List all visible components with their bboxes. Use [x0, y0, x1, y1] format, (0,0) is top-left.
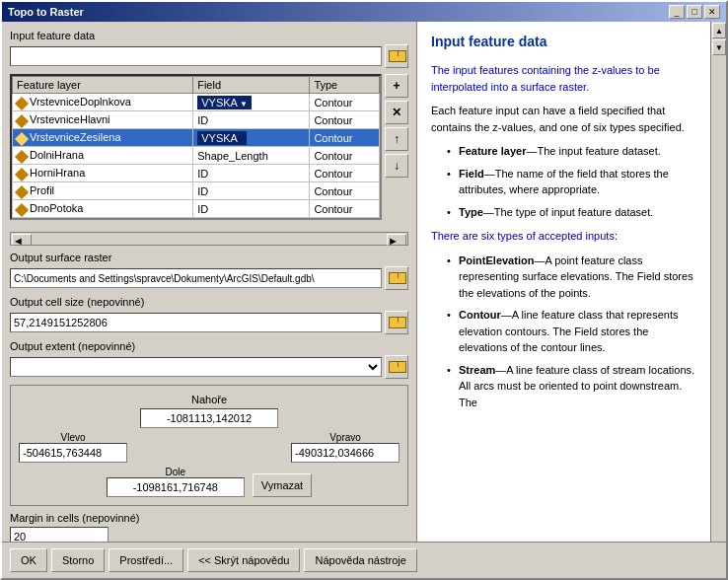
add-row-button[interactable]: + [385, 74, 408, 98]
layer-cell: DnoPotoka [13, 200, 193, 218]
type-cell: Contour [310, 129, 380, 147]
output-raster-label: Output surface raster [10, 252, 408, 263]
table-row[interactable]: HorniHranaIDContour [13, 165, 380, 182]
cancel-button[interactable]: Storno [51, 548, 105, 572]
help-title: Input feature data [431, 32, 696, 52]
field-cell: ID [193, 165, 310, 182]
margin-input[interactable] [10, 527, 109, 542]
right-scrollbar[interactable]: ▲ ▼ [710, 22, 726, 542]
output-extent-select[interactable] [10, 357, 382, 377]
output-extent-label: Output extent (nepovinné) [10, 340, 408, 352]
scroll-up-btn[interactable]: ▲ [712, 23, 726, 38]
input-feature-input[interactable] [10, 46, 382, 66]
col-type: Type [310, 77, 380, 94]
six-types-label: There are six types of accepted inputs: [431, 228, 696, 245]
minimize-button[interactable]: _ [669, 5, 685, 19]
action-buttons: + ✕ ↑ ↓ [385, 74, 408, 226]
move-up-button[interactable]: ↑ [385, 127, 408, 151]
nahore-input-row [19, 408, 400, 428]
col-feature-layer: Feature layer [13, 77, 193, 94]
bullet-item-3: Type—The type of input feature dataset. [447, 204, 696, 221]
output-extent-row [10, 355, 408, 379]
vlevo-vpravo-row: Vlevo Vpravo [19, 432, 400, 463]
hide-help-button[interactable]: << Skrýt nápovědu [187, 548, 300, 572]
type-cell: Contour [310, 147, 380, 165]
type-cell: Contour [310, 182, 380, 200]
table-scrollbar-h[interactable]: ◄ ► [10, 232, 408, 246]
margin-row [10, 527, 408, 542]
move-down-button[interactable]: ↓ [385, 154, 408, 178]
layer-cell: VrstevniceDoplnkova [13, 94, 193, 111]
field-cell: ID [193, 111, 310, 129]
right-panel: Input feature data The input features co… [416, 22, 710, 542]
table-row[interactable]: ProfilIDContour [13, 182, 380, 200]
extent-section: Nahoře Vlevo Vpravo [10, 385, 408, 506]
environments-button[interactable]: Prostředí... [109, 548, 183, 572]
bullet-list-2: PointElevation—A point feature class rep… [447, 253, 696, 411]
scrollbar-track-h [33, 233, 386, 245]
vpravo-group: Vpravo [291, 432, 400, 463]
remove-row-button[interactable]: ✕ [385, 101, 408, 124]
vlevo-label: Vlevo [19, 432, 127, 443]
help-intro1: The input features containing the z-valu… [431, 62, 696, 95]
bottom-bar: OK Storno Prostředí... << Skrýt nápovědu… [2, 542, 726, 578]
feature-table-container: Feature layer Field Type VrstevniceDopln… [10, 74, 382, 220]
output-cellsize-input[interactable] [10, 313, 382, 332]
window-title: Topo to Raster [8, 6, 84, 18]
folder-icon-2 [389, 272, 404, 284]
help-intro2: Each feature input can have a field spec… [431, 103, 696, 135]
layer-cell: VrstevniceZesilena [13, 129, 193, 147]
title-bar: Topo to Raster _ □ ✕ [2, 2, 726, 22]
type-cell: Contour [310, 165, 380, 182]
folder-icon-4 [389, 361, 404, 373]
dole-input[interactable] [107, 477, 245, 497]
output-raster-input[interactable] [10, 268, 382, 288]
output-cellsize-browse[interactable] [385, 311, 408, 334]
nahore-label: Nahoře [19, 394, 400, 405]
nahore-text: Nahoře [191, 394, 227, 405]
input-feature-browse[interactable] [385, 44, 408, 68]
scrollbar-right-btn[interactable]: ► [387, 234, 406, 246]
type-item-1: PointElevation—A point feature class rep… [447, 253, 696, 302]
folder-icon-3 [389, 317, 404, 328]
field-cell: ID [193, 200, 310, 218]
nahore-input[interactable] [140, 408, 278, 428]
main-window: Topo to Raster _ □ ✕ Input feature data [0, 0, 728, 580]
dole-group: Dole [107, 467, 245, 497]
maximize-button[interactable]: □ [687, 5, 702, 19]
vpravo-input[interactable] [291, 443, 400, 463]
bullet-item-1: Feature layer—The input feature dataset. [447, 143, 696, 160]
layer-cell: Profil [13, 182, 193, 200]
bullet-item-2: Field—The name of the field that stores … [447, 166, 696, 198]
table-row[interactable]: DnoPotokaIDContour [13, 200, 380, 218]
vlevo-input[interactable] [19, 443, 127, 463]
vlevo-group: Vlevo [19, 432, 127, 463]
field-cell: Shape_Length [193, 147, 310, 165]
scroll-down-btn[interactable]: ▼ [712, 39, 726, 55]
output-raster-browse[interactable] [385, 266, 408, 290]
output-extent-browse[interactable] [385, 355, 408, 379]
layer-cell: HorniHrana [13, 165, 193, 182]
tool-help-button[interactable]: Nápověda nástroje [304, 548, 416, 572]
vpravo-label: Vpravo [291, 432, 400, 443]
output-raster-row [10, 266, 408, 290]
scrollbar-left-btn[interactable]: ◄ [12, 234, 32, 246]
close-button[interactable]: ✕ [704, 5, 720, 19]
ok-button[interactable]: OK [10, 548, 47, 572]
type-cell: Contour [310, 111, 380, 129]
table-row[interactable]: DolniHranaShape_LengthContour [13, 147, 380, 165]
table-row[interactable]: VrstevniceZesilenaVYSKAContour [13, 129, 380, 147]
field-cell: ID [193, 182, 310, 200]
field-cell: VYSKA [193, 129, 310, 147]
folder-icon [389, 50, 404, 62]
type-item-2: Contour—A line feature class that repres… [447, 307, 696, 356]
margin-label: Margin in cells (nepovinné) [10, 512, 408, 524]
vymazat-button[interactable]: Vymazat [253, 473, 312, 497]
layer-cell: VrstevniceHlavni [13, 111, 193, 129]
type-item-3: Stream—A line feature class of stream lo… [447, 362, 696, 411]
table-row[interactable]: VrstevniceHlavniIDContour [13, 111, 380, 129]
feature-table: Feature layer Field Type VrstevniceDopln… [12, 76, 380, 218]
table-row[interactable]: VrstevniceDoplnkovaVYSKA▼Contour [13, 94, 380, 111]
field-cell: VYSKA▼ [193, 94, 310, 111]
type-cell: Contour [310, 94, 380, 111]
